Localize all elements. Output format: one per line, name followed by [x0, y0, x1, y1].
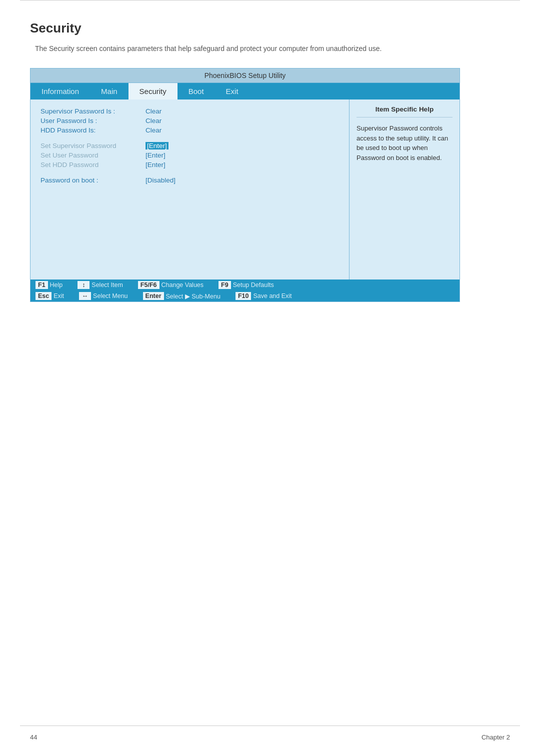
field-set-user-password[interactable]: Set User Password [Enter]	[40, 152, 339, 159]
label-select-item: Select Item	[92, 282, 123, 288]
key-f1: F1	[36, 281, 48, 289]
field-label-password-on-boot: Password on boot :	[40, 176, 140, 184]
nav-information[interactable]: Information	[30, 83, 90, 100]
key-f9: F9	[218, 281, 231, 289]
field-value-password-on-boot: [Disabled]	[146, 176, 176, 184]
field-value-supervisor-password-is: Clear	[146, 108, 162, 115]
bios-body: Supervisor Password Is : Clear User Pass…	[30, 100, 460, 280]
footer-chapter: Chapter 2	[482, 734, 510, 741]
nav-security[interactable]: Security	[128, 83, 178, 100]
key-f5f6: F5/F6	[138, 281, 160, 289]
bios-nav: Information Main Security Boot Exit	[30, 83, 460, 100]
field-label-set-user-password: Set User Password	[40, 152, 140, 159]
page-description: The Security screen contains parameters …	[30, 43, 510, 54]
field-hdd-password-is: HDD Password Is: Clear	[40, 126, 339, 134]
key-esc: Esc	[36, 292, 52, 300]
spacer-1	[40, 136, 339, 142]
field-value-set-hdd-password: [Enter]	[146, 161, 166, 168]
field-label-hdd-password-is: HDD Password Is:	[40, 126, 140, 134]
field-password-on-boot[interactable]: Password on boot : [Disabled]	[40, 176, 339, 184]
label-exit: Exit	[54, 292, 64, 300]
field-value-user-password-is: Clear	[146, 117, 162, 124]
nav-exit[interactable]: Exit	[215, 83, 250, 100]
label-help: Help	[50, 282, 63, 288]
footer-row-2: Esc Exit ↔ Select Menu Enter Select ▶ Su…	[30, 290, 460, 302]
bios-footer: F1 Help ↕ Select Item F5/F6 Change Value…	[30, 280, 460, 302]
spacer-2	[40, 170, 339, 176]
field-user-password-is: User Password Is : Clear	[40, 117, 339, 124]
footer-row-1: F1 Help ↕ Select Item F5/F6 Change Value…	[30, 280, 460, 290]
key-f10: F10	[236, 292, 252, 300]
field-label-set-hdd-password: Set HDD Password	[40, 161, 140, 168]
label-change-values: Change Values	[162, 282, 204, 288]
key-leftright: ↔	[79, 292, 91, 300]
footer-page-number: 44	[30, 734, 37, 741]
bios-help-panel: Item Specific Help Supervisor Password c…	[350, 100, 460, 280]
page-footer: 44 Chapter 2	[30, 734, 510, 741]
bios-title-bar: PhoenixBIOS Setup Utility	[30, 68, 460, 83]
field-value-set-user-password: [Enter]	[146, 152, 166, 159]
label-setup-defaults: Setup Defaults	[233, 282, 274, 288]
key-enter: Enter	[143, 292, 164, 300]
field-set-supervisor-password[interactable]: Set Supervisor Password [Enter]	[40, 142, 339, 150]
help-text: Supervisor Password controls access to t…	[356, 124, 452, 162]
bios-utility: PhoenixBIOS Setup Utility Information Ma…	[30, 68, 460, 302]
field-label-supervisor-password-is: Supervisor Password Is :	[40, 108, 140, 115]
page-content: Security The Security screen contains pa…	[0, 0, 540, 322]
label-select-menu: Select Menu	[93, 292, 128, 300]
help-title: Item Specific Help	[356, 106, 452, 118]
bios-main-panel: Supervisor Password Is : Clear User Pass…	[30, 100, 350, 280]
nav-main[interactable]: Main	[90, 83, 128, 100]
field-label-user-password-is: User Password Is :	[40, 117, 140, 124]
field-value-hdd-password-is: Clear	[146, 126, 162, 134]
field-value-set-supervisor-password: [Enter]	[146, 142, 168, 150]
label-save-exit: Save and Exit	[253, 292, 292, 300]
bottom-border	[20, 726, 520, 726]
field-set-hdd-password[interactable]: Set HDD Password [Enter]	[40, 161, 339, 168]
nav-boot[interactable]: Boot	[178, 83, 215, 100]
field-label-set-supervisor-password: Set Supervisor Password	[40, 142, 140, 150]
label-select-submenu: Select ▶ Sub-Menu	[166, 292, 220, 300]
field-supervisor-password-is: Supervisor Password Is : Clear	[40, 108, 339, 115]
page-title: Security	[30, 20, 510, 36]
key-updown: ↕	[78, 281, 90, 289]
